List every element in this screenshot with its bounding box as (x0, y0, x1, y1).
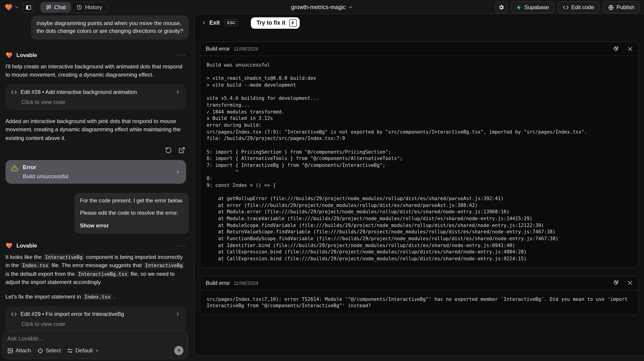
build-error-log-card: Build error 11/08/2024 src/pages/Index.t… (200, 276, 639, 315)
assistant-message-text: Let's fix the import statement in Index.… (6, 293, 185, 301)
inline-code: InteractiveBg (143, 262, 184, 269)
show-error-link[interactable]: Show error (80, 222, 183, 230)
edit-card-title: Edit #29 • Fix import error for Interact… (20, 311, 124, 318)
chat-panel: maybe diagramming points and when you mo… (0, 14, 192, 361)
project-switcher[interactable]: growth-metrics-magic (291, 4, 353, 10)
exit-label: Exit (209, 19, 220, 26)
chat-input-placeholder: Ask Lovable... (7, 336, 183, 342)
code-icon (11, 311, 17, 317)
globe-icon (608, 4, 614, 10)
assistant-name: Lovable (16, 52, 37, 58)
mode-label: Default (76, 347, 93, 354)
top-bar: Chat History growth-metrics-magic (0, 0, 644, 14)
chevron-right-icon (175, 90, 180, 95)
close-icon[interactable] (627, 46, 633, 52)
image-icon (7, 348, 13, 354)
chevron-right-icon (175, 169, 180, 175)
chevron-down-icon (95, 349, 99, 353)
inline-code: InteractiveBg.tsx (76, 271, 129, 277)
lovable-heart-icon (4, 3, 13, 11)
tab-chat[interactable]: Chat (40, 2, 72, 12)
supabase-button[interactable]: Supabase (510, 1, 554, 13)
chat-input[interactable]: Ask Lovable... Attach Select (2, 331, 188, 359)
fix-error-panel: Exit ESC Try to fix it F Build error 11/… (194, 14, 644, 356)
user-message: maybe diagramming points and when you mo… (31, 15, 189, 40)
open-external-icon[interactable] (178, 147, 185, 154)
edit-code-button[interactable]: Edit code (558, 1, 599, 13)
code-brackets-icon (562, 4, 568, 10)
send-button[interactable] (174, 346, 183, 355)
build-error-log-card: Build error 11/08/2024 Build was unsucce… (200, 41, 639, 268)
close-icon[interactable] (627, 280, 633, 286)
esc-key-badge: ESC (224, 19, 238, 26)
error-title: Error (23, 164, 68, 170)
gear-icon (498, 4, 504, 10)
lovable-heart-icon (6, 51, 13, 59)
edit-card-title: Edit #28 • Add interactive background an… (20, 89, 137, 95)
f-key-badge: F (289, 19, 297, 27)
try-to-fix-label: Try to fix it (256, 19, 285, 26)
lovable-logo-menu[interactable] (4, 3, 19, 11)
user-message-text: Please edit the code to resolve the erro… (80, 209, 183, 217)
edit-card-28[interactable]: Edit #28 • Add interactive background an… (6, 84, 186, 110)
mode-dropdown[interactable]: Default (67, 347, 99, 354)
try-to-fix-button[interactable]: Try to fix it F (251, 17, 300, 28)
assistant-message-text: Added an interactive background with pin… (6, 117, 185, 142)
sliders-icon (67, 348, 73, 354)
arrow-up-icon (176, 348, 181, 353)
log-card-date: 11/08/2024 (234, 46, 258, 51)
code-icon (11, 89, 17, 95)
inline-code: Index.tsx (20, 262, 50, 269)
log-card-header: Build error 11/08/2024 (200, 276, 638, 290)
attach-button[interactable]: Attach (7, 347, 31, 354)
lovable-heart-icon (6, 242, 13, 249)
chat-history-tab-group: Chat History (40, 2, 108, 13)
app-root: Chat History growth-metrics-magic (0, 0, 644, 361)
console-output: src/pages/Index.tsx(7,10): error TS2614:… (200, 290, 638, 315)
publish-label: Publish (616, 4, 634, 10)
tab-history[interactable]: History (72, 2, 108, 12)
error-subtitle: Build unsuccessful (23, 173, 68, 180)
edit-card-subtitle: Click to view code (22, 99, 180, 105)
history-icon (77, 4, 82, 10)
select-label: Select (46, 347, 61, 354)
tab-history-label: History (85, 4, 102, 10)
project-name: growth-metrics-magic (291, 4, 346, 10)
sidebar-toggle-button[interactable] (23, 2, 34, 13)
assistant-message-text: It looks like the InteractiveBg componen… (6, 253, 185, 286)
restore-icon[interactable] (165, 147, 172, 154)
console-output: Build was unsuccessful > vite_react_shad… (200, 56, 638, 267)
assistant-message-text: I'll help create an interactive backgrou… (6, 62, 185, 79)
log-card-header: Build error 11/08/2024 (200, 42, 638, 56)
user-message-text: For the code present, I get the error be… (80, 197, 183, 205)
fix-panel-header: Exit ESC Try to fix it F (195, 14, 644, 31)
exit-button[interactable]: Exit (201, 19, 220, 26)
chevron-right-icon (175, 312, 180, 317)
publish-button[interactable]: Publish (603, 1, 640, 13)
inline-code: InteractiveBg (43, 254, 84, 260)
message-menu-button[interactable]: ··· (178, 52, 186, 58)
log-card-title: Build error (206, 46, 230, 51)
supabase-icon (516, 4, 522, 10)
panel-left-icon (25, 4, 31, 10)
target-icon (38, 348, 43, 354)
assistant-message-header: Lovable ··· (6, 242, 186, 249)
supabase-label: Supabase (524, 4, 549, 10)
select-button[interactable]: Select (38, 347, 61, 354)
chat-bubble-icon (46, 4, 52, 10)
wrench-icon[interactable] (613, 280, 619, 286)
wrench-icon[interactable] (613, 46, 619, 52)
edit-card-subtitle: Click to view code (22, 321, 180, 328)
user-message: For the code present, I get the error be… (74, 193, 189, 234)
log-card-title: Build error (206, 280, 230, 286)
message-menu-button[interactable]: ··· (178, 242, 186, 249)
chevron-down-icon (14, 5, 19, 9)
build-error-card[interactable]: Error Build unsuccessful (6, 160, 186, 184)
chevron-left-icon (201, 20, 206, 25)
attach-label: Attach (16, 347, 31, 354)
tab-chat-label: Chat (54, 4, 66, 10)
message-actions (0, 147, 185, 154)
inline-code: Index.tsx (82, 294, 112, 300)
settings-button[interactable] (495, 1, 507, 13)
edit-card-29[interactable]: Edit #29 • Fix import error for Interact… (6, 307, 186, 332)
